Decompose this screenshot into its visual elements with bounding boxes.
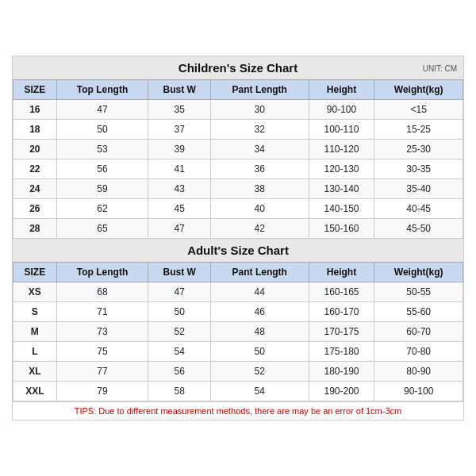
table-cell: 50 bbox=[148, 302, 210, 322]
children-header-row: SIZE Top Length Bust W Pant Length Heigh… bbox=[13, 80, 463, 100]
table-cell: 32 bbox=[210, 120, 309, 140]
table-cell: 45 bbox=[148, 199, 210, 219]
table-row: 24594338130-14035-40 bbox=[13, 179, 463, 199]
table-row: XS684744160-16550-55 bbox=[13, 282, 463, 302]
table-cell: 36 bbox=[210, 159, 309, 179]
table-cell: 56 bbox=[56, 159, 148, 179]
table-cell: L bbox=[13, 342, 57, 362]
table-cell: 38 bbox=[210, 179, 309, 199]
unit-label: UNIT: CM bbox=[423, 63, 457, 72]
table-cell: 150-160 bbox=[309, 219, 374, 239]
size-chart-container: Children's Size Chart UNIT: CM SIZE Top … bbox=[12, 56, 464, 420]
table-row: 1647353090-100<15 bbox=[13, 100, 463, 120]
table-cell: 79 bbox=[56, 382, 148, 401]
table-cell: 18 bbox=[13, 120, 57, 140]
table-cell: 58 bbox=[148, 382, 210, 401]
tips-text: TIPS: Due to different measurement metho… bbox=[75, 406, 401, 416]
table-cell: XL bbox=[13, 362, 57, 382]
table-cell: 40-45 bbox=[374, 199, 463, 219]
table-cell: 16 bbox=[13, 100, 57, 120]
table-cell: 56 bbox=[148, 362, 210, 382]
table-cell: 71 bbox=[56, 302, 148, 322]
table-cell: 50-55 bbox=[374, 282, 463, 302]
table-cell: 75 bbox=[56, 342, 148, 362]
col-pant-length: Pant Length bbox=[210, 80, 309, 100]
table-cell: 35-40 bbox=[374, 179, 463, 199]
table-cell: 50 bbox=[56, 120, 148, 140]
table-cell: 90-100 bbox=[374, 382, 463, 401]
children-section-title: Children's Size Chart bbox=[13, 61, 463, 75]
col-top-length: Top Length bbox=[56, 80, 148, 100]
table-cell: 120-130 bbox=[309, 159, 374, 179]
col-top-length-adult: Top Length bbox=[56, 263, 148, 282]
adult-section-title-row: Adult's Size Chart bbox=[13, 239, 463, 262]
children-section-title-row: Children's Size Chart UNIT: CM bbox=[13, 56, 463, 79]
table-cell: 73 bbox=[56, 322, 148, 342]
table-cell: 140-150 bbox=[309, 199, 374, 219]
col-size-adult: SIZE bbox=[13, 263, 57, 282]
table-cell: 175-180 bbox=[309, 342, 374, 362]
table-cell: 30 bbox=[210, 100, 309, 120]
table-cell: 15-25 bbox=[374, 120, 463, 140]
table-cell: 60-70 bbox=[374, 322, 463, 342]
table-cell: 54 bbox=[210, 382, 309, 401]
table-cell: 25-30 bbox=[374, 140, 463, 159]
table-cell: 55-60 bbox=[374, 302, 463, 322]
table-cell: XS bbox=[13, 282, 57, 302]
table-cell: 41 bbox=[148, 159, 210, 179]
table-row: 18503732100-11015-25 bbox=[13, 120, 463, 140]
col-pant-length-adult: Pant Length bbox=[210, 263, 309, 282]
table-cell: 180-190 bbox=[309, 362, 374, 382]
table-row: 20533934110-12025-30 bbox=[13, 140, 463, 159]
adult-section-title: Adult's Size Chart bbox=[13, 244, 463, 257]
table-cell: 100-110 bbox=[309, 120, 374, 140]
table-row: 22564136120-13030-35 bbox=[13, 159, 463, 179]
table-cell: XXL bbox=[13, 382, 57, 401]
table-cell: 47 bbox=[148, 219, 210, 239]
table-cell: 20 bbox=[13, 140, 57, 159]
table-cell: 54 bbox=[148, 342, 210, 362]
children-size-table: SIZE Top Length Bust W Pant Length Heigh… bbox=[13, 79, 463, 239]
table-row: S715046160-17055-60 bbox=[13, 302, 463, 322]
table-cell: 59 bbox=[56, 179, 148, 199]
col-height: Height bbox=[309, 80, 374, 100]
table-cell: 68 bbox=[56, 282, 148, 302]
col-bust-w: Bust W bbox=[148, 80, 210, 100]
col-bust-w-adult: Bust W bbox=[148, 263, 210, 282]
table-cell: 190-200 bbox=[309, 382, 374, 401]
table-cell: 37 bbox=[148, 120, 210, 140]
table-row: XL775652180-19080-90 bbox=[13, 362, 463, 382]
table-cell: 130-140 bbox=[309, 179, 374, 199]
table-cell: 45-50 bbox=[374, 219, 463, 239]
table-cell: 46 bbox=[210, 302, 309, 322]
table-cell: 43 bbox=[148, 179, 210, 199]
table-row: XXL795854190-20090-100 bbox=[13, 382, 463, 401]
adult-header-row: SIZE Top Length Bust W Pant Length Heigh… bbox=[13, 263, 463, 282]
table-row: M735248170-17560-70 bbox=[13, 322, 463, 342]
table-cell: 70-80 bbox=[374, 342, 463, 362]
table-cell: 90-100 bbox=[309, 100, 374, 120]
table-cell: 28 bbox=[13, 219, 57, 239]
table-cell: 110-120 bbox=[309, 140, 374, 159]
table-cell: 50 bbox=[210, 342, 309, 362]
table-cell: 26 bbox=[13, 199, 57, 219]
table-cell: M bbox=[13, 322, 57, 342]
table-row: L755450175-18070-80 bbox=[13, 342, 463, 362]
table-cell: 42 bbox=[210, 219, 309, 239]
table-row: 28654742150-16045-50 bbox=[13, 219, 463, 239]
table-cell: 30-35 bbox=[374, 159, 463, 179]
table-cell: 52 bbox=[210, 362, 309, 382]
adult-table-body: XS684744160-16550-55S715046160-17055-60M… bbox=[13, 282, 463, 401]
table-cell: 35 bbox=[148, 100, 210, 120]
table-cell: 40 bbox=[210, 199, 309, 219]
adult-table-header: SIZE Top Length Bust W Pant Length Heigh… bbox=[13, 263, 463, 282]
col-size: SIZE bbox=[13, 80, 57, 100]
table-cell: 39 bbox=[148, 140, 210, 159]
table-cell: 53 bbox=[56, 140, 148, 159]
col-height-adult: Height bbox=[309, 263, 374, 282]
adult-size-table: SIZE Top Length Bust W Pant Length Heigh… bbox=[13, 262, 463, 401]
table-cell: 47 bbox=[56, 100, 148, 120]
table-cell: 62 bbox=[56, 199, 148, 219]
table-cell: 52 bbox=[148, 322, 210, 342]
tips-row: TIPS: Due to different measurement metho… bbox=[13, 401, 463, 420]
